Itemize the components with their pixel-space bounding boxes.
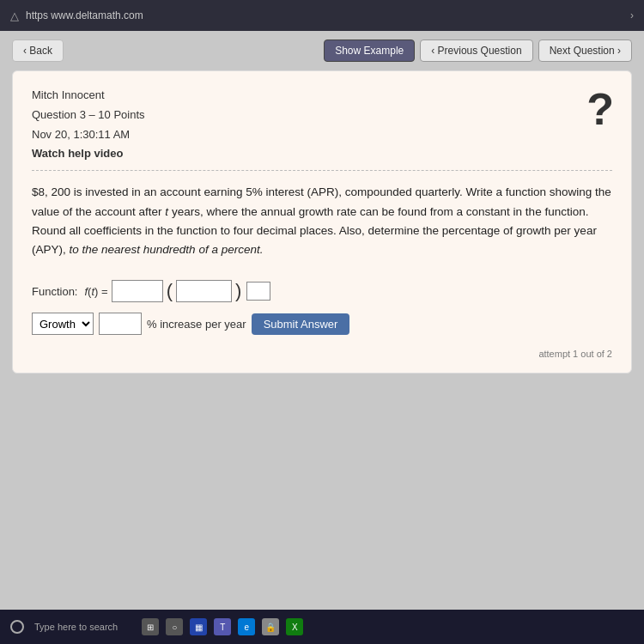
divider (32, 170, 612, 171)
function-area: Function: f(t) = ( ) Growth Decay % incr… (32, 280, 612, 335)
taskbar-search-label[interactable]: Type here to search (34, 622, 118, 632)
growth-percent-input[interactable] (99, 313, 142, 335)
function-label: Function: (32, 285, 77, 298)
question-date: Nov 20, 1:30:11 AM (32, 126, 612, 144)
taskbar-search-icon[interactable]: ○ (166, 618, 183, 635)
prev-question-button[interactable]: ‹ Previous Question (420, 39, 532, 62)
browser-chevron: › (630, 9, 634, 21)
attempt-text: attempt 1 out of 2 (32, 349, 612, 359)
watch-help-link[interactable]: Watch help video (32, 147, 612, 160)
growth-row: Growth Decay % increase per year Submit … (32, 313, 612, 335)
nav-bar: ‹ Back Show Example ‹ Previous Question … (12, 39, 632, 62)
browser-icon: △ (10, 9, 19, 22)
taskbar-teams-icon[interactable]: T (214, 618, 231, 635)
nav-left: ‹ Back (12, 39, 64, 62)
problem-text: $8, 200 is invested in an account earnin… (32, 183, 612, 259)
student-name: Mitch Innocent (32, 87, 612, 105)
function-base-input[interactable] (176, 280, 232, 302)
function-row: Function: f(t) = ( ) (32, 280, 612, 302)
taskbar-edge-icon[interactable]: e (238, 618, 255, 635)
func-notation: f(t) = (84, 285, 107, 298)
percent-label: % increase per year (147, 318, 246, 331)
taskbar-shield-icon[interactable]: 🔒 (262, 618, 279, 635)
growth-dropdown[interactable]: Growth Decay (32, 313, 94, 335)
taskbar-xbox-icon[interactable]: X (286, 618, 303, 635)
close-paren: ) (235, 282, 241, 301)
question-info: Question 3 – 10 Points (32, 106, 612, 125)
search-circle-icon (10, 620, 24, 634)
help-icon: ? (586, 87, 614, 131)
back-button[interactable]: ‹ Back (12, 39, 64, 62)
browser-url: https www.deltamath.com (26, 9, 143, 21)
next-question-button[interactable]: Next Question › (538, 39, 632, 62)
function-exponent-input[interactable] (246, 282, 270, 301)
function-coefficient-input[interactable] (112, 280, 163, 302)
nav-right: Show Example ‹ Previous Question Next Qu… (324, 39, 632, 62)
show-example-button[interactable]: Show Example (324, 39, 415, 62)
question-card: ? Mitch Innocent Question 3 – 10 Points … (12, 70, 632, 374)
main-content: ‹ Back Show Example ‹ Previous Question … (0, 31, 644, 644)
taskbar-icons: ⊞ ○ ▦ T e 🔒 X (142, 618, 303, 635)
submit-answer-button[interactable]: Submit Answer (252, 313, 350, 335)
taskbar-widgets-icon[interactable]: ▦ (190, 618, 207, 635)
open-paren: ( (167, 282, 173, 301)
taskbar: Type here to search ⊞ ○ ▦ T e 🔒 X (0, 610, 644, 644)
taskbar-windows-icon[interactable]: ⊞ (142, 618, 159, 635)
browser-bar: △ https www.deltamath.com › (0, 0, 644, 31)
